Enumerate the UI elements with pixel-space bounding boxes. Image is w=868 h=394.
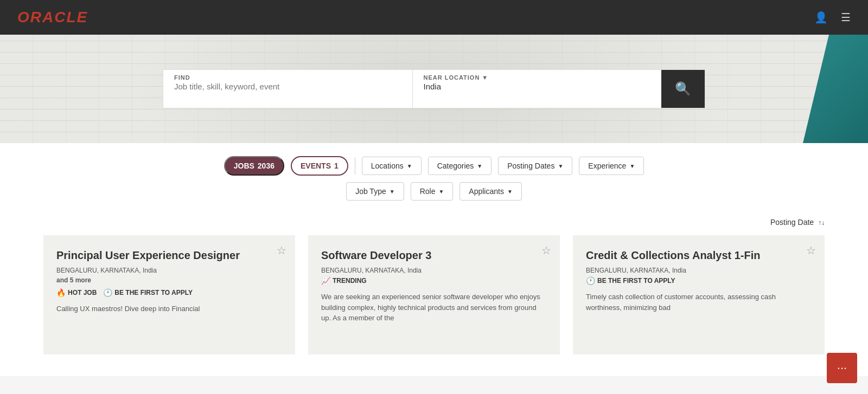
search-container: FIND NEAR LOCATION ▼ 🔍	[163, 69, 705, 108]
clock-icon: 🕐	[586, 276, 595, 285]
menu-icon[interactable]: ☰	[841, 11, 851, 24]
experience-label: Experience	[588, 162, 626, 170]
job-description: We are seeking an experienced senior sof…	[321, 292, 547, 324]
applicants-filter[interactable]: Applicants ▼	[459, 182, 522, 201]
jobs-label: JOBS	[234, 162, 254, 170]
chevron-down-icon: ▼	[390, 189, 395, 195]
sort-label[interactable]: Posting Date ↑↓	[770, 218, 825, 227]
bookmark-button[interactable]: ☆	[277, 244, 286, 257]
find-section: FIND	[163, 70, 413, 108]
trending-icon: 📈	[321, 276, 330, 285]
bookmark-button[interactable]: ☆	[541, 244, 551, 257]
table-row: ☆ Software Developer 3 BENGALURU, KARNAT…	[308, 235, 560, 354]
job-title: Principal User Experience Designer	[56, 248, 282, 262]
location-section: NEAR LOCATION ▼	[413, 70, 662, 108]
search-icon: 🔍	[675, 81, 691, 96]
job-title: Credit & Collections Analyst 1-Fin	[586, 248, 812, 262]
job-badges: 🕐 BE THE FIRST TO APPLY	[586, 276, 812, 285]
job-title: Software Developer 3	[321, 248, 547, 262]
user-icon[interactable]: 👤	[814, 11, 828, 24]
job-location: BENGALURU, KARNATAKA, India	[321, 267, 547, 274]
header: ORACLE 👤 ☰	[0, 0, 868, 35]
filter-row-2: Job Type ▼ Role ▼ Applicants ▼	[346, 182, 522, 201]
table-row: ☆ Principal User Experience Designer BEN…	[43, 235, 295, 354]
first-to-apply-badge: 🕐 BE THE FIRST TO APPLY	[103, 288, 193, 297]
jobs-tab[interactable]: JOBS 2036	[224, 156, 284, 176]
divider	[355, 157, 355, 175]
sort-bar: Posting Date ↑↓	[0, 214, 868, 235]
filter-row-1: JOBS 2036 EVENTS 1 Locations ▼ Categorie…	[224, 156, 644, 176]
job-description: Calling UX maestros! Dive deep into Fina…	[56, 303, 282, 314]
posting-dates-label: Posting Dates	[507, 162, 554, 170]
job-type-label: Job Type	[355, 187, 386, 196]
cards-grid: ☆ Principal User Experience Designer BEN…	[43, 235, 825, 354]
chevron-down-icon: ▼	[477, 163, 482, 169]
locations-filter[interactable]: Locations ▼	[362, 157, 422, 175]
chevron-down-icon: ▼	[438, 189, 444, 195]
sort-arrows: ↑↓	[818, 219, 825, 227]
job-type-filter[interactable]: Job Type ▼	[346, 182, 404, 201]
events-label: EVENTS	[301, 162, 331, 170]
job-badges: 🔥 HOT JOB 🕐 BE THE FIRST TO APPLY	[56, 288, 282, 297]
applicants-label: Applicants	[469, 187, 504, 196]
bookmark-button[interactable]: ☆	[806, 244, 816, 257]
trending-badge: 📈 TRENDING	[321, 276, 367, 285]
job-badges: 📈 TRENDING	[321, 276, 547, 285]
near-location-label: NEAR LOCATION ▼	[424, 74, 651, 81]
cards-section: ☆ Principal User Experience Designer BEN…	[0, 235, 868, 376]
job-location: BENGALURU, KARNATAKA, India	[56, 267, 282, 274]
hero-section: FIND NEAR LOCATION ▼ 🔍	[0, 35, 868, 143]
chevron-down-icon: ▼	[407, 163, 412, 169]
job-description: Timely cash collection of customer accou…	[586, 292, 812, 313]
posting-dates-filter[interactable]: Posting Dates ▼	[498, 157, 572, 175]
clock-icon: 🕐	[103, 288, 112, 297]
hot-job-badge: 🔥 HOT JOB	[56, 288, 97, 297]
oracle-logo: ORACLE	[17, 9, 88, 26]
location-input[interactable]	[424, 81, 651, 91]
chevron-down-icon: ▼	[558, 163, 563, 169]
categories-filter[interactable]: Categories ▼	[428, 157, 492, 175]
header-right: 👤 ☰	[814, 11, 851, 24]
job-location: BENGALURU, KARNATAKA, India	[586, 267, 812, 274]
filter-section: JOBS 2036 EVENTS 1 Locations ▼ Categorie…	[0, 143, 868, 214]
chevron-down-icon: ▼	[507, 189, 513, 195]
fire-icon: 🔥	[56, 288, 66, 297]
table-row: ☆ Credit & Collections Analyst 1-Fin BEN…	[573, 235, 825, 354]
events-tab[interactable]: EVENTS 1	[291, 156, 348, 176]
search-input[interactable]	[174, 81, 401, 91]
experience-filter[interactable]: Experience ▼	[579, 157, 644, 175]
jobs-count: 2036	[258, 162, 275, 170]
locations-label: Locations	[371, 162, 404, 170]
chat-icon: ···	[837, 361, 847, 375]
events-count: 1	[334, 162, 339, 170]
first-to-apply-badge: 🕐 BE THE FIRST TO APPLY	[586, 276, 675, 285]
categories-label: Categories	[437, 162, 474, 170]
chat-widget[interactable]: ···	[827, 353, 857, 376]
chevron-down-icon: ▼	[629, 163, 635, 169]
role-filter[interactable]: Role ▼	[411, 182, 454, 201]
search-button[interactable]: 🔍	[661, 70, 705, 108]
job-extra-locations: and 5 more	[56, 276, 282, 284]
role-label: Role	[420, 187, 436, 196]
find-label: FIND	[174, 74, 401, 81]
